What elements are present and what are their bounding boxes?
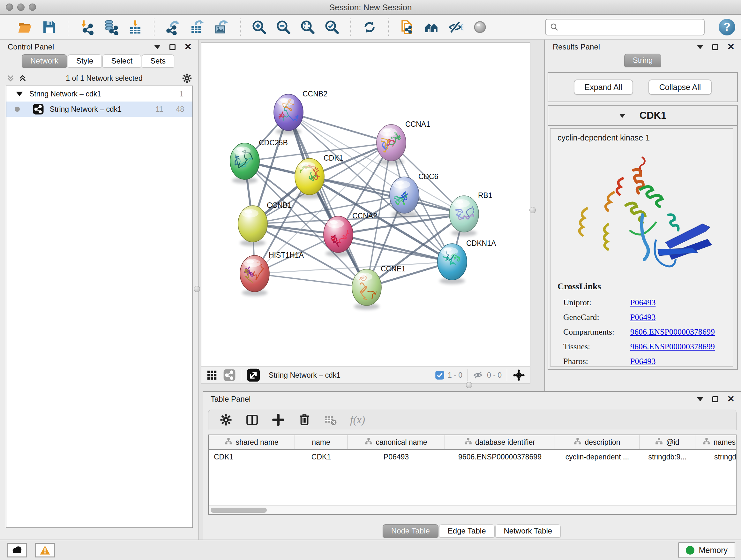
add-column-icon[interactable] bbox=[272, 413, 285, 427]
zoom-selected-icon[interactable] bbox=[324, 19, 340, 35]
network-node-cdkn1a[interactable] bbox=[437, 244, 467, 280]
tab-node-table[interactable]: Node Table bbox=[383, 524, 439, 538]
table-cell[interactable]: stringdb:9... bbox=[639, 450, 695, 464]
collapse-all-button[interactable]: Collapse All bbox=[649, 79, 712, 95]
tab-style[interactable]: Style bbox=[68, 54, 102, 68]
delete-column-trash-icon[interactable] bbox=[298, 413, 311, 427]
close-panel-icon[interactable]: ✕ bbox=[727, 43, 735, 51]
import-network-file-icon[interactable] bbox=[79, 19, 94, 35]
show-all-icon[interactable] bbox=[424, 19, 439, 35]
table-cell[interactable]: CDK1 bbox=[209, 450, 295, 464]
float-panel-icon[interactable] bbox=[712, 396, 718, 402]
show-columns-icon[interactable] bbox=[246, 413, 259, 427]
save-session-icon[interactable] bbox=[42, 19, 57, 35]
panel-menu-icon[interactable] bbox=[697, 397, 703, 401]
column-header-canonical-name[interactable]: canonical name bbox=[347, 435, 445, 449]
column-header-shared-name[interactable]: shared name bbox=[209, 435, 295, 449]
network-node-ccna1[interactable] bbox=[377, 125, 406, 161]
graphics-details-icon[interactable] bbox=[472, 19, 488, 35]
network-node-ccna2[interactable] bbox=[324, 216, 353, 253]
column-header--id[interactable]: @id bbox=[639, 435, 695, 449]
hidden-eye-icon[interactable] bbox=[473, 370, 484, 381]
network-graph[interactable]: CCNB2CCNA1CDC25BCDK1CDC6RB1CCNB1CCNA2CDK… bbox=[201, 43, 530, 366]
collapse-all-icon[interactable] bbox=[6, 74, 15, 82]
panel-menu-icon[interactable] bbox=[154, 45, 160, 49]
tab-edge-table[interactable]: Edge Table bbox=[439, 524, 495, 538]
expand-all-button[interactable]: Expand All bbox=[574, 79, 633, 95]
tab-network[interactable]: Network bbox=[22, 54, 67, 68]
network-node-hist1h1a[interactable] bbox=[240, 255, 269, 292]
tab-network-table[interactable]: Network Table bbox=[495, 524, 561, 538]
float-panel-icon[interactable] bbox=[712, 44, 718, 50]
crosslink-link[interactable]: 9606.ENSP00000378699 bbox=[630, 342, 715, 352]
network-canvas[interactable]: CCNB2CCNA1CDC25BCDK1CDC6RB1CCNB1CCNA2CDK… bbox=[201, 43, 530, 366]
bottom-splitter-handle[interactable] bbox=[466, 382, 472, 388]
network-node-cdc6[interactable] bbox=[390, 177, 419, 213]
import-table-file-icon[interactable] bbox=[128, 19, 143, 35]
network-node-ccne1[interactable] bbox=[352, 269, 381, 306]
expand-caret-icon[interactable] bbox=[16, 91, 23, 96]
string-style-icon[interactable] bbox=[223, 369, 236, 381]
network-node-cdk1[interactable] bbox=[295, 159, 324, 195]
memory-button[interactable]: Memory bbox=[678, 542, 735, 558]
clone-network-icon[interactable] bbox=[400, 19, 415, 35]
fit-selected-crosshair-icon[interactable] bbox=[512, 368, 526, 382]
search-input[interactable] bbox=[562, 22, 700, 32]
zoom-fit-icon[interactable] bbox=[300, 19, 315, 35]
network-node-ccnb2[interactable] bbox=[274, 94, 303, 131]
footer-separator bbox=[507, 369, 507, 381]
tab-sets[interactable]: Sets bbox=[142, 54, 174, 68]
network-collection-row[interactable]: String Network – cdk1 1 bbox=[6, 86, 192, 102]
open-in-new-icon[interactable] bbox=[246, 368, 260, 382]
table-cell[interactable]: cyclin-dependent ... bbox=[555, 450, 639, 464]
expand-all-icon[interactable] bbox=[18, 74, 27, 82]
search-box[interactable] bbox=[545, 19, 704, 36]
close-panel-icon[interactable]: ✕ bbox=[185, 43, 192, 51]
table-settings-gear-icon[interactable] bbox=[219, 413, 232, 427]
crosslink-link[interactable]: P06493 bbox=[630, 357, 656, 366]
left-splitter-handle[interactable] bbox=[194, 286, 200, 292]
table-horizontal-scrollbar[interactable] bbox=[209, 505, 736, 514]
network-node-cdc25b[interactable] bbox=[230, 143, 259, 179]
crosslink-link[interactable]: P06493 bbox=[630, 298, 656, 307]
network-node-ccnb1[interactable] bbox=[238, 206, 267, 242]
birdseye-grid-icon[interactable] bbox=[206, 370, 217, 381]
panel-menu-icon[interactable] bbox=[697, 45, 703, 49]
close-panel-icon[interactable]: ✕ bbox=[727, 395, 735, 403]
export-network-icon[interactable] bbox=[165, 19, 181, 35]
column-header-description[interactable]: description bbox=[555, 435, 639, 449]
table-cell[interactable]: 9606.ENSP00000378699 bbox=[445, 450, 555, 464]
open-session-icon[interactable] bbox=[17, 19, 32, 35]
crosslink-link[interactable]: P06493 bbox=[630, 313, 656, 322]
help-icon[interactable]: ? bbox=[719, 19, 735, 36]
table-cell[interactable]: P06493 bbox=[347, 450, 445, 464]
gear-icon[interactable] bbox=[182, 73, 192, 84]
selected-checkbox-icon[interactable] bbox=[435, 370, 445, 380]
column-header-database-identifier[interactable]: database identifier bbox=[445, 435, 555, 449]
zoom-in-icon[interactable] bbox=[252, 19, 267, 35]
crosslink-link[interactable]: 9606.ENSP00000378699 bbox=[630, 327, 715, 337]
zoom-out-icon[interactable] bbox=[276, 19, 291, 35]
import-network-database-icon[interactable] bbox=[104, 19, 119, 35]
table-cell[interactable]: stringdb bbox=[695, 450, 737, 464]
hide-selected-icon[interactable] bbox=[448, 19, 463, 35]
tab-string[interactable]: String bbox=[624, 54, 662, 67]
cloud-status-button[interactable] bbox=[7, 543, 27, 557]
collapse-caret-icon[interactable] bbox=[619, 114, 625, 118]
column-header-name[interactable]: name bbox=[295, 435, 347, 449]
network-node-rb1[interactable] bbox=[449, 196, 479, 232]
export-table-icon[interactable] bbox=[190, 19, 205, 35]
table-cell[interactable]: CDK1 bbox=[295, 450, 347, 464]
right-splitter-handle[interactable] bbox=[529, 207, 536, 213]
warnings-button[interactable] bbox=[35, 543, 55, 557]
apply-layout-icon[interactable] bbox=[362, 19, 377, 35]
export-image-icon[interactable] bbox=[214, 19, 229, 35]
tab-select[interactable]: Select bbox=[103, 54, 141, 68]
network-row[interactable]: String Network – cdk1 11 48 bbox=[6, 102, 192, 117]
float-panel-icon[interactable] bbox=[170, 44, 176, 50]
scrollbar-thumb[interactable] bbox=[211, 508, 267, 513]
column-header-namespace[interactable]: namespace bbox=[695, 435, 737, 449]
table-row[interactable]: CDK1CDK1P064939606.ENSP00000378699cyclin… bbox=[209, 450, 736, 464]
delete-table-icon[interactable] bbox=[324, 413, 337, 427]
gene-section-header[interactable]: CDK1 bbox=[548, 106, 737, 126]
